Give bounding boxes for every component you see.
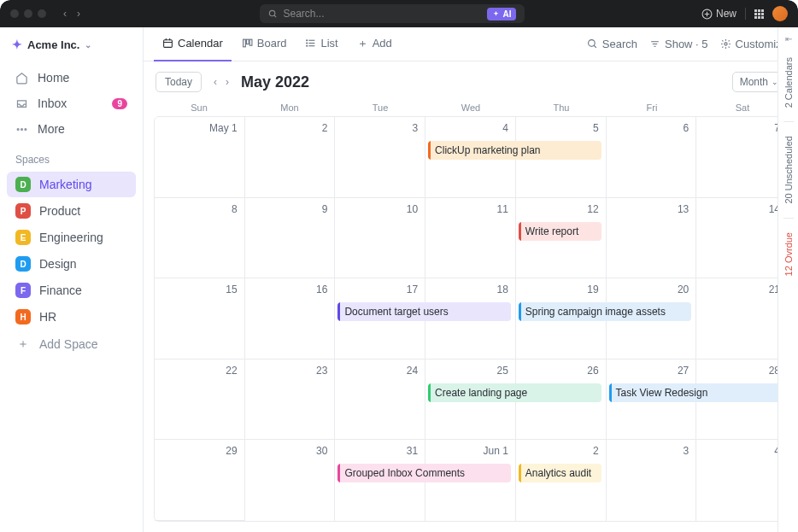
board-icon xyxy=(242,38,253,49)
day-header: Tue xyxy=(335,102,425,113)
calendar-event[interactable]: Grouped Inbox Comments xyxy=(337,464,511,482)
space-badge-icon: D xyxy=(15,177,31,192)
spaces-label: Spaces xyxy=(0,145,143,171)
nav-home[interactable]: Home xyxy=(7,65,136,91)
workspace-switcher[interactable]: ✦ Acme Inc. ⌄ xyxy=(0,27,143,61)
sidebar-item-marketing[interactable]: DMarketing xyxy=(7,172,136,197)
day-headers: SunMonTueWedThuFriSat xyxy=(144,102,798,116)
nav-back-icon[interactable]: ‹ xyxy=(60,6,70,21)
calendar-cell[interactable]: 15 xyxy=(155,278,245,360)
calendar-event[interactable]: Task View Redesign xyxy=(609,383,783,402)
sidebar-item-engineering[interactable]: EEngineering xyxy=(7,225,136,250)
sidebar-item-hr[interactable]: HHR xyxy=(7,304,136,330)
event-color-bar xyxy=(519,222,521,241)
calendar-cell[interactable]: 30 xyxy=(245,440,336,521)
calendar-cell[interactable]: 22 xyxy=(155,360,245,441)
ai-button[interactable]: AI xyxy=(487,8,516,20)
close-dot[interactable] xyxy=(10,9,19,18)
apps-icon[interactable] xyxy=(754,9,764,19)
space-label: Product xyxy=(39,204,80,218)
maximize-dot[interactable] xyxy=(38,9,46,18)
calendar-event[interactable]: Document target users xyxy=(337,302,511,321)
calendar-cell[interactable]: May 1 xyxy=(155,117,245,198)
global-search-input[interactable]: Search... AI xyxy=(260,4,525,23)
today-button[interactable]: Today xyxy=(155,72,202,92)
event-color-bar xyxy=(519,464,521,482)
space-badge-icon: E xyxy=(15,230,31,245)
space-label: Design xyxy=(39,257,77,271)
calendar-cell[interactable]: 9 xyxy=(245,198,336,279)
home-icon xyxy=(15,72,29,85)
calendar-cell[interactable]: 10 xyxy=(335,198,425,279)
search-placeholder: Search... xyxy=(283,8,324,20)
sidebar-item-design[interactable]: DDesign xyxy=(7,251,136,277)
window-controls[interactable] xyxy=(10,9,46,18)
calendar-cell[interactable]: 3 xyxy=(335,117,425,198)
calendar-event[interactable]: ClickUp marketing plan xyxy=(428,141,601,160)
gear-icon xyxy=(720,38,731,50)
calendar-event[interactable]: Create landing page xyxy=(428,383,601,402)
logo-icon: ✦ xyxy=(12,38,22,51)
space-label: HR xyxy=(39,310,56,324)
calendar-cell[interactable]: 8 xyxy=(155,198,245,279)
calendar-event[interactable]: Write report xyxy=(519,222,601,241)
sidebar-item-product[interactable]: PProduct xyxy=(7,198,136,224)
tab-board[interactable]: Board xyxy=(233,27,296,61)
calendar-cell[interactable]: 7 xyxy=(696,117,787,198)
calendar-cell[interactable]: 13 xyxy=(607,198,697,279)
toolbar-show[interactable]: Show · 5 xyxy=(649,38,708,50)
rail-overdue[interactable]: 12 Ovrdue xyxy=(783,227,794,281)
calendar-event[interactable]: Spring campaign image assets xyxy=(519,302,692,321)
calendar-cell[interactable]: 16 xyxy=(245,278,336,360)
day-header: Wed xyxy=(425,102,516,113)
nav-forward-icon[interactable]: › xyxy=(73,6,84,21)
collapse-icon[interactable]: ⇤ xyxy=(785,34,792,44)
rail-calendars[interactable]: 2 Calendars xyxy=(783,52,794,113)
calendar-cell[interactable]: 11 xyxy=(425,198,516,279)
tab-calendar[interactable]: Calendar xyxy=(154,27,232,61)
svg-line-1 xyxy=(274,15,276,16)
calendar-cell[interactable]: 14 xyxy=(696,198,787,279)
right-rail: ⇤ 2 Calendars 20 Unscheduled 12 Ovrdue xyxy=(777,27,798,532)
tab-add[interactable]: ＋ Add xyxy=(349,27,401,61)
calendar-cell[interactable]: 21 xyxy=(696,278,787,360)
svg-point-18 xyxy=(307,40,308,41)
user-avatar[interactable] xyxy=(772,6,788,21)
calendar-cell[interactable]: 2 xyxy=(245,117,336,198)
event-title: ClickUp marketing plan xyxy=(435,144,540,156)
prev-month-icon[interactable]: ‹ xyxy=(210,74,220,90)
search-icon xyxy=(587,38,598,50)
sidebar-item-finance[interactable]: FFinance xyxy=(7,278,136,303)
event-color-bar xyxy=(428,141,431,160)
rail-unscheduled[interactable]: 20 Unscheduled xyxy=(783,131,794,209)
chevron-down-icon: ⌄ xyxy=(85,40,91,50)
nav-inbox[interactable]: Inbox 9 xyxy=(7,91,136,116)
calendar-cell[interactable]: 6 xyxy=(607,117,697,198)
search-icon xyxy=(268,9,278,19)
svg-line-22 xyxy=(594,45,596,48)
add-space-button[interactable]: ＋ Add Space xyxy=(7,331,136,357)
event-color-bar xyxy=(428,383,431,402)
space-label: Marketing xyxy=(39,178,91,191)
day-header: Sun xyxy=(154,102,244,113)
next-month-icon[interactable]: › xyxy=(222,74,232,90)
tab-list[interactable]: List xyxy=(296,27,346,61)
new-button[interactable]: New xyxy=(701,8,736,20)
svg-rect-12 xyxy=(243,39,245,47)
event-color-bar xyxy=(519,302,521,321)
calendar-cell[interactable]: 24 xyxy=(335,360,425,441)
space-badge-icon: P xyxy=(15,203,31,219)
calendar-event[interactable]: Analytics audit xyxy=(519,464,601,482)
event-title: Analytics audit xyxy=(525,467,591,479)
calendar-cell[interactable]: 4 xyxy=(696,440,787,521)
toolbar-search[interactable]: Search xyxy=(587,38,637,50)
svg-point-6 xyxy=(21,128,23,130)
calendar-cell[interactable]: 29 xyxy=(155,440,245,521)
calendar-cell[interactable]: 23 xyxy=(245,360,336,441)
minimize-dot[interactable] xyxy=(24,9,32,18)
calendar-cell[interactable]: 3 xyxy=(607,440,697,521)
nav-more[interactable]: More xyxy=(7,116,136,142)
event-title: Document target users xyxy=(344,306,448,318)
event-color-bar xyxy=(337,302,340,321)
plus-icon: ＋ xyxy=(15,336,31,352)
